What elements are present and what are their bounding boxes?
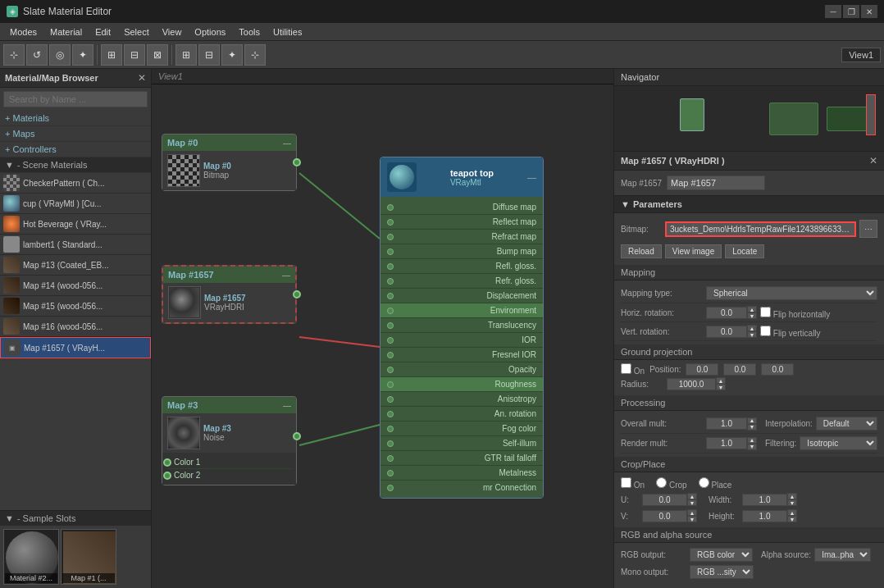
interpolation-select[interactable]: Default [816, 417, 877, 431]
radius-input[interactable] [667, 378, 716, 390]
node-map0-minimize[interactable]: — [283, 139, 291, 148]
reload-button[interactable]: Reload [621, 244, 662, 258]
slot-dot-environment[interactable] [387, 308, 394, 314]
crop-radio[interactable] [656, 477, 667, 488]
place-radio-label[interactable]: Place [699, 477, 732, 490]
search-input[interactable] [3, 91, 148, 107]
mat-item-map15[interactable]: Map #15 (wood-056... [0, 296, 151, 317]
width-input[interactable] [742, 494, 787, 506]
toolbar-btn-8[interactable]: ⊞ [175, 44, 197, 66]
ground-proj-on-checkbox[interactable] [621, 363, 631, 374]
close-button[interactable]: ✕ [861, 5, 877, 18]
v-down[interactable]: ▼ [687, 516, 697, 522]
horiz-rotation-down[interactable]: ▼ [747, 312, 757, 319]
height-down[interactable]: ▼ [787, 516, 797, 522]
filtering-select[interactable]: Isotropic [800, 436, 877, 450]
radius-up[interactable]: ▲ [716, 377, 726, 384]
slot-dot-anisotropy[interactable] [387, 396, 394, 403]
toolbar-btn-9[interactable]: ⊟ [198, 44, 220, 66]
right-panel-close[interactable]: ✕ [869, 155, 877, 166]
menu-utilities[interactable]: Utilities [267, 23, 308, 40]
horiz-rotation-up[interactable]: ▲ [747, 306, 757, 312]
panel-close-button[interactable]: ✕ [138, 72, 146, 84]
mat-item-map14[interactable]: Map #14 (wood-056... [0, 276, 151, 296]
u-input[interactable] [642, 494, 687, 506]
toolbar-btn-11[interactable]: ⊹ [244, 44, 266, 66]
slot-dot-self-illum[interactable] [387, 440, 394, 447]
node-main-card[interactable]: teapot top VRayMtl — Diffuse map Reflect… [380, 157, 544, 499]
mat-item-cup[interactable]: cup ( VRayMtl ) [Cu... [0, 194, 151, 214]
slot-dot-diffuse[interactable] [387, 204, 394, 211]
locate-button[interactable]: Locate [725, 244, 764, 258]
rgb-output-select[interactable]: RGB color [690, 548, 753, 562]
alpha-source-select[interactable]: Ima..pha [814, 548, 871, 562]
slot-dot-metalness[interactable] [387, 470, 394, 476]
overall-mult-up[interactable]: ▲ [747, 417, 757, 424]
slot-dot-fresnel[interactable] [387, 352, 394, 358]
vert-rotation-input[interactable] [706, 326, 747, 338]
node-map1657-output[interactable] [293, 290, 301, 299]
toolbar-btn-10[interactable]: ✦ [221, 44, 243, 66]
v-input[interactable] [642, 510, 687, 522]
slot-dot-an-rotation[interactable] [387, 411, 394, 417]
bitmap-browse-button[interactable]: ⋯ [859, 220, 877, 238]
crop-radio-label[interactable]: Crop [656, 477, 686, 490]
node-map3-minimize[interactable]: — [283, 401, 291, 410]
mapping-type-select[interactable]: Spherical [706, 286, 877, 300]
horiz-rotation-input[interactable] [706, 307, 747, 319]
canvas-area[interactable]: Map #0 — Map #0 Bitmap [152, 84, 613, 586]
vert-rotation-up[interactable]: ▲ [747, 325, 757, 331]
pos-y-input[interactable] [723, 363, 756, 376]
ground-proj-on-label[interactable]: On [621, 363, 645, 376]
slot-dot-bump[interactable] [387, 248, 394, 255]
minimize-button[interactable]: ─ [825, 5, 841, 18]
node-map0-card[interactable]: Map #0 — Map #0 Bitmap [162, 134, 297, 191]
node-map0-output[interactable] [293, 158, 301, 166]
toolbar-btn-7[interactable]: ⊠ [147, 44, 168, 66]
mat-item-lambert[interactable]: lambert1 ( Standard... [0, 235, 151, 255]
width-up[interactable]: ▲ [787, 493, 797, 499]
node-map1657-card[interactable]: Map #1657 — Map #1657 VRayHDRI [162, 265, 297, 324]
slot-dot-ior[interactable] [387, 337, 394, 344]
pos-x-input[interactable] [686, 363, 718, 376]
menu-tools[interactable]: Tools [232, 23, 267, 40]
slot-dot-roughness[interactable] [387, 381, 394, 388]
toolbar-btn-3[interactable]: ◎ [49, 44, 71, 66]
toolbar-btn-5[interactable]: ⊞ [101, 44, 122, 66]
render-mult-up[interactable]: ▲ [747, 437, 757, 444]
bitmap-path-input[interactable] [665, 221, 856, 237]
mono-output-select[interactable]: RGB ...sity [690, 565, 754, 579]
v-up[interactable]: ▲ [687, 509, 697, 516]
slot-dot-gtr[interactable] [387, 455, 394, 462]
overall-mult-down[interactable]: ▼ [747, 424, 757, 431]
toolbar-btn-4[interactable]: ✦ [72, 44, 93, 66]
place-radio[interactable] [699, 477, 709, 488]
flip-horizontally-checkbox[interactable] [760, 307, 771, 317]
menu-edit[interactable]: Edit [89, 23, 117, 40]
slot-dot-mr[interactable] [387, 485, 394, 491]
menu-view[interactable]: View [156, 23, 189, 40]
menu-options[interactable]: Options [188, 23, 232, 40]
slot-dot-displace[interactable] [387, 293, 394, 299]
slot-dot-translucency[interactable] [387, 322, 394, 329]
node-map3-card[interactable]: Map #3 — Map #3 Noise [162, 396, 297, 485]
slot-dot-color2[interactable] [163, 472, 171, 480]
width-down[interactable]: ▼ [787, 499, 797, 506]
flip-vertically-label[interactable]: Flip vertically [760, 326, 821, 338]
slot-dot-fog-color[interactable] [387, 426, 394, 432]
materials-expander[interactable]: + Materials [0, 111, 151, 126]
slot-dot-opacity[interactable] [387, 367, 394, 373]
menu-modes[interactable]: Modes [3, 23, 43, 40]
flip-vertically-checkbox[interactable] [760, 326, 771, 336]
view-image-button[interactable]: View image [665, 244, 722, 258]
slot-dot-reflect[interactable] [387, 219, 394, 226]
maps-expander[interactable]: + Maps [0, 126, 151, 142]
toolbar-btn-6[interactable]: ⊟ [124, 44, 145, 66]
flip-horizontally-label[interactable]: Flip horizontally [760, 307, 830, 319]
navigator-scrollbar[interactable] [866, 94, 876, 135]
menu-select[interactable]: Select [117, 23, 156, 40]
render-mult-input[interactable] [706, 437, 747, 449]
vert-rotation-down[interactable]: ▼ [747, 331, 757, 338]
mat-item-map13[interactable]: Map #13 (Coated_EB... [0, 255, 151, 276]
slot-dot-color1[interactable] [163, 458, 171, 467]
